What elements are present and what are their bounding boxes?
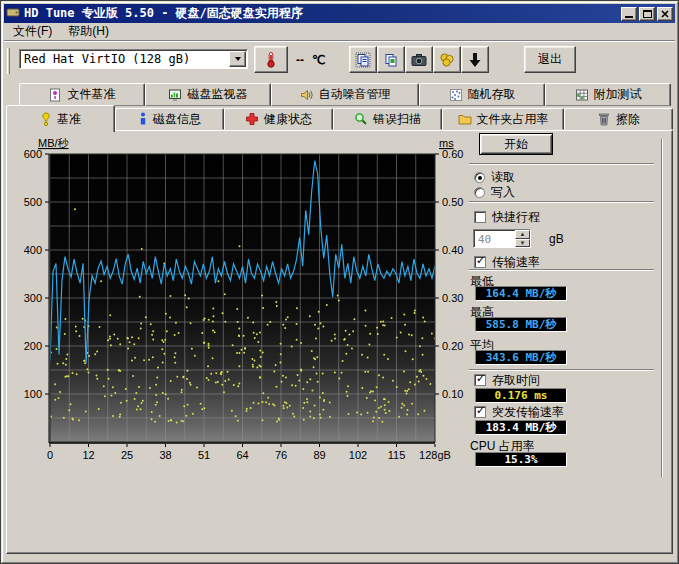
tab-label: 自动噪音管理	[319, 86, 391, 103]
donate-button[interactable]	[433, 46, 461, 73]
svg-text:MB/秒: MB/秒	[38, 137, 70, 149]
svg-text:76: 76	[275, 449, 287, 461]
read-radio[interactable]: 读取	[474, 170, 515, 184]
tab-file-benchmark[interactable]: 文件基准	[19, 83, 145, 106]
temperature-button[interactable]	[254, 46, 288, 73]
spinner-buttons[interactable]: ▲▼	[515, 230, 530, 247]
toolbar-gripper	[7, 48, 10, 74]
spinner-up-icon[interactable]: ▲	[515, 230, 530, 239]
min-value: 164.4 MB/秒	[475, 286, 567, 301]
radio-dot-icon	[474, 172, 485, 183]
close-button[interactable]	[657, 7, 673, 21]
temperature-value: --	[296, 53, 304, 67]
magnifier-icon	[354, 112, 368, 126]
access-time-label: 存取时间	[492, 372, 540, 389]
maximize-button[interactable]	[639, 7, 655, 21]
tab-benchmark[interactable]: 基准	[6, 105, 115, 132]
transfer-rate-checkbox[interactable]: 传输速率	[474, 255, 540, 269]
svg-text:38: 38	[159, 449, 171, 461]
save-button[interactable]	[461, 46, 489, 73]
separator	[469, 269, 654, 271]
drive-select[interactable]: Red Hat VirtIO (128 gB)	[19, 49, 248, 69]
avg-label: 平均	[470, 337, 494, 350]
tab-label: 附加测试	[594, 86, 642, 103]
tab-label: 基准	[57, 111, 81, 128]
svg-text:89: 89	[313, 449, 325, 461]
transfer-rate-label: 传输速率	[492, 254, 540, 271]
benchmark-page: 6005004003002001000.600.500.400.300.200.…	[6, 130, 673, 554]
screenshot-button[interactable]	[405, 46, 433, 73]
tab-error-scan[interactable]: 错误扫描	[333, 108, 442, 130]
tab-random-access[interactable]: 随机存取	[419, 83, 545, 106]
dropdown-button[interactable]	[229, 51, 246, 67]
min-label: 最低	[470, 273, 494, 286]
checkbox-icon	[474, 374, 486, 386]
svg-text:200: 200	[24, 340, 42, 352]
tab-label: 文件夹占用率	[477, 111, 549, 128]
window-title: HD Tune 专业版 5.50 - 硬盘/固态硬盘实用程序	[24, 5, 617, 22]
svg-text:51: 51	[198, 449, 210, 461]
burst-rate-label: 突发传输速率	[492, 404, 564, 421]
burst-value: 183.4 MB/秒	[475, 420, 567, 435]
tab-row-secondary: 文件基准 磁盘监视器 自动噪音管理 随机存取 附加测试	[19, 83, 671, 106]
svg-text:0: 0	[47, 449, 53, 461]
minimize-icon	[625, 16, 633, 18]
health-cross-icon	[245, 112, 259, 126]
write-radio[interactable]: 写入	[474, 185, 515, 199]
checkbox-icon	[474, 406, 486, 418]
minimize-button[interactable]	[621, 7, 637, 21]
svg-text:128gB: 128gB	[419, 449, 451, 461]
short-stroke-checkbox[interactable]: 快捷行程	[474, 210, 540, 224]
copy-image-icon	[383, 52, 399, 68]
max-label: 最高	[470, 304, 494, 317]
menu-help[interactable]: 帮助(H)	[60, 22, 117, 41]
copy-text-button[interactable]	[349, 46, 377, 73]
window-controls	[621, 7, 673, 21]
svg-text:0.60: 0.60	[442, 148, 463, 160]
separator	[469, 201, 654, 203]
cpu-label: CPU 占用率	[470, 438, 535, 451]
file-benchmark-icon	[48, 88, 62, 102]
tab-label: 错误扫描	[373, 111, 421, 128]
coins-icon	[439, 52, 455, 68]
chevron-down-icon	[235, 57, 241, 61]
svg-text:12: 12	[82, 449, 94, 461]
close-icon	[661, 10, 669, 18]
burst-rate-checkbox[interactable]: 突发传输速率	[474, 405, 564, 419]
avg-value: 343.6 MB/秒	[475, 350, 567, 365]
short-stroke-label: 快捷行程	[492, 209, 540, 226]
spinner-down-icon[interactable]: ▼	[515, 239, 530, 248]
trash-icon	[597, 112, 611, 126]
svg-text:300: 300	[24, 292, 42, 304]
tab-folder-usage[interactable]: 文件夹占用率	[442, 108, 564, 130]
start-button[interactable]: 开始	[479, 133, 553, 155]
tab-health[interactable]: 健康状态	[224, 108, 333, 130]
exit-button[interactable]: 退出	[524, 46, 576, 73]
disk-monitor-icon	[168, 88, 182, 102]
speaker-icon	[300, 88, 314, 102]
capacity-spinner[interactable]: 40 ▲▼	[473, 229, 531, 248]
tab-disk-info[interactable]: 磁盘信息	[115, 108, 224, 130]
max-value: 585.8 MB/秒	[475, 317, 567, 332]
tab-disk-monitor[interactable]: 磁盘监视器	[145, 83, 271, 106]
benchmark-icon	[40, 112, 52, 127]
access-time-checkbox[interactable]: 存取时间	[474, 373, 540, 387]
menu-file[interactable]: 文件(F)	[5, 22, 60, 41]
checkbox-icon	[474, 256, 486, 268]
tab-extra-tests[interactable]: 附加测试	[545, 83, 671, 106]
folder-icon	[458, 112, 472, 126]
info-icon	[138, 112, 148, 126]
tab-label: 磁盘监视器	[187, 86, 247, 103]
maximize-icon	[643, 10, 652, 18]
copy-image-button[interactable]	[377, 46, 405, 73]
write-label: 写入	[491, 184, 515, 201]
benchmark-chart: 6005004003002001000.600.500.400.300.200.…	[9, 135, 464, 467]
tab-erase[interactable]: 擦除	[564, 108, 673, 130]
svg-text:0.30: 0.30	[442, 292, 463, 304]
svg-text:100: 100	[24, 388, 42, 400]
svg-text:64: 64	[236, 449, 248, 461]
tab-aam[interactable]: 自动噪音管理	[271, 83, 419, 106]
checkbox-icon	[474, 211, 486, 223]
random-access-icon	[449, 88, 463, 102]
svg-text:500: 500	[24, 196, 42, 208]
